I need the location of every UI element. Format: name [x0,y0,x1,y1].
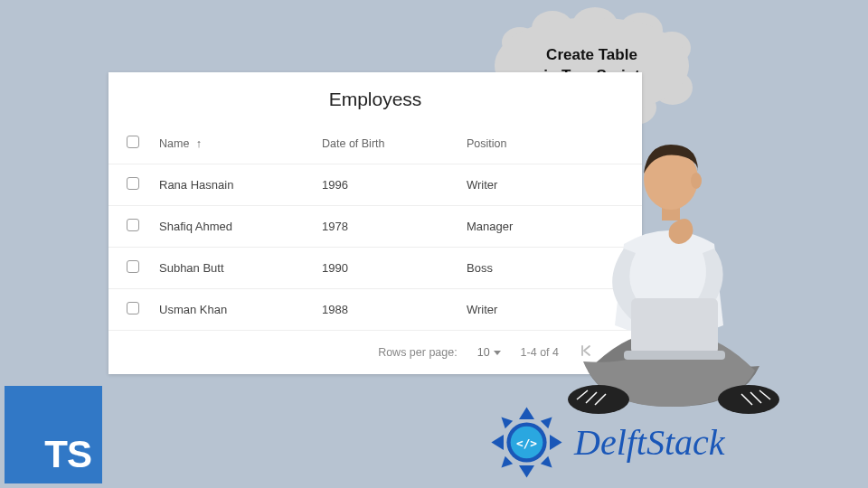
chevron-down-icon [494,351,501,355]
name-cell: Rana Hasnain [152,164,315,206]
code-glyph: </> [516,436,537,450]
column-label: Position [467,137,506,150]
dob-column-header[interactable]: Date of Birth [315,123,459,164]
thought-line1: Create Table [543,45,639,66]
checkbox-icon[interactable] [127,260,139,273]
name-cell: Subhan Butt [152,248,315,289]
rows-per-page-select[interactable]: 10 [477,346,501,359]
name-cell: Shafiq Ahmed [152,206,315,248]
select-all-header[interactable] [108,123,152,164]
sort-ascending-icon: ↑ [196,136,203,150]
checkbox-icon[interactable] [127,136,139,148]
dob-cell: 1978 [315,206,459,248]
dob-cell: 1996 [315,164,459,206]
dob-cell: 1990 [315,248,459,289]
table-title: Employess [108,72,642,123]
svg-rect-3 [624,351,725,360]
dob-cell: 1988 [315,289,459,331]
person-illustration [533,136,805,425]
delftstack-emblem-icon: </> [488,404,565,481]
ts-text: TS [44,433,91,476]
delftstack-text: DelftStack [574,421,725,464]
delftstack-logo: </> DelftStack [488,404,725,481]
column-label: Date of Birth [322,137,384,150]
svg-point-6 [691,173,702,189]
checkbox-icon[interactable] [127,219,139,231]
checkbox-icon[interactable] [127,302,139,314]
rows-per-page-value: 10 [477,346,490,359]
rows-per-page-label: Rows per page: [378,346,458,359]
column-label: Name [159,137,189,150]
typescript-logo: TS [5,386,102,483]
name-column-header[interactable]: Name ↑ [152,123,315,164]
checkbox-icon[interactable] [127,177,139,190]
name-cell: Usman Khan [152,289,315,331]
svg-rect-2 [631,298,718,354]
